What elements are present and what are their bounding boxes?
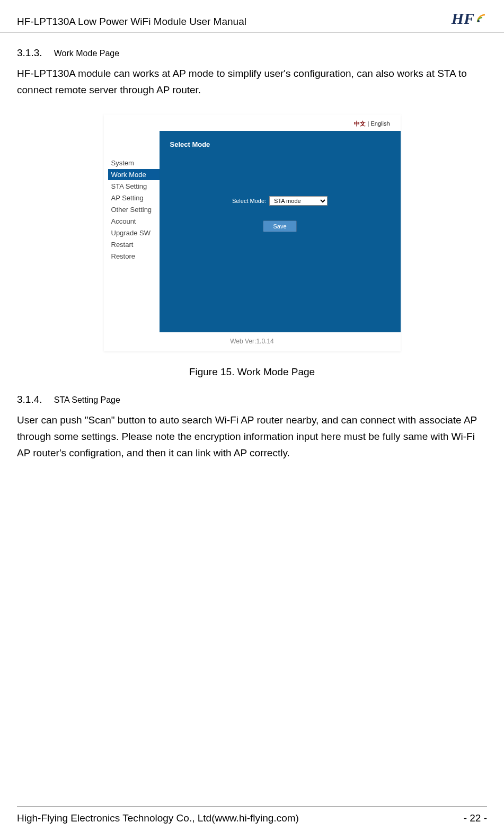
section-title: STA Setting Page bbox=[54, 395, 120, 404]
save-button[interactable]: Save bbox=[263, 220, 296, 232]
sidebar-nav: System Work Mode STA Setting AP Setting … bbox=[104, 131, 160, 332]
section-title: Work Mode Page bbox=[54, 49, 119, 58]
page-title: HF-LPT130A Low Power WiFi Module User Ma… bbox=[17, 16, 246, 28]
lang-link-english[interactable]: English bbox=[370, 120, 390, 127]
panel-title: Select Mode bbox=[160, 131, 401, 170]
sidebar-item-restart[interactable]: Restart bbox=[108, 239, 160, 250]
sidebar-item-account[interactable]: Account bbox=[108, 216, 160, 227]
sidebar-item-restore[interactable]: Restore bbox=[108, 251, 160, 262]
web-version-label: Web Ver:1.0.14 bbox=[104, 332, 401, 351]
select-mode-row: Select Mode: STA mode bbox=[160, 196, 401, 206]
figure-caption: Figure 15. Work Mode Page bbox=[17, 366, 487, 378]
wifi-icon bbox=[475, 13, 487, 24]
section-heading-313: 3.1.3. Work Mode Page bbox=[17, 47, 487, 59]
section-body: User can push "Scan" button to auto sear… bbox=[17, 412, 487, 462]
select-mode-label: Select Mode: bbox=[232, 198, 266, 204]
svg-point-0 bbox=[478, 20, 480, 22]
section-number: 3.1.3. bbox=[17, 47, 42, 58]
embedded-screenshot: 中文 | English System Work Mode STA Settin… bbox=[104, 114, 401, 351]
lang-link-chinese[interactable]: 中文 bbox=[354, 120, 366, 127]
mode-select[interactable]: STA mode bbox=[269, 196, 328, 206]
page-header: HF-LPT130A Low Power WiFi Module User Ma… bbox=[0, 0, 504, 32]
brand-logo: HF bbox=[452, 10, 487, 28]
language-bar: 中文 | English bbox=[104, 114, 401, 131]
sidebar-item-ap-setting[interactable]: AP Setting bbox=[108, 192, 160, 204]
sidebar-item-sta-setting[interactable]: STA Setting bbox=[108, 181, 160, 192]
page-footer: High-Flying Electronics Technology Co., … bbox=[17, 807, 487, 824]
footer-company: High-Flying Electronics Technology Co., … bbox=[17, 812, 299, 824]
figure-container: 中文 | English System Work Mode STA Settin… bbox=[17, 114, 487, 351]
sidebar-item-system[interactable]: System bbox=[108, 157, 160, 169]
main-panel: Select Mode Select Mode: STA mode Save bbox=[160, 131, 401, 332]
sidebar-item-upgrade-sw[interactable]: Upgrade SW bbox=[108, 227, 160, 238]
sidebar-item-work-mode[interactable]: Work Mode bbox=[108, 169, 160, 180]
section-number: 3.1.4. bbox=[17, 394, 42, 405]
section-heading-314: 3.1.4. STA Setting Page bbox=[17, 394, 487, 405]
section-body: HF-LPT130A module can works at AP mode t… bbox=[17, 65, 487, 99]
sidebar-item-other-setting[interactable]: Other Setting bbox=[108, 204, 160, 215]
logo-text: HF bbox=[452, 10, 474, 28]
footer-page-number: - 22 - bbox=[464, 812, 487, 824]
